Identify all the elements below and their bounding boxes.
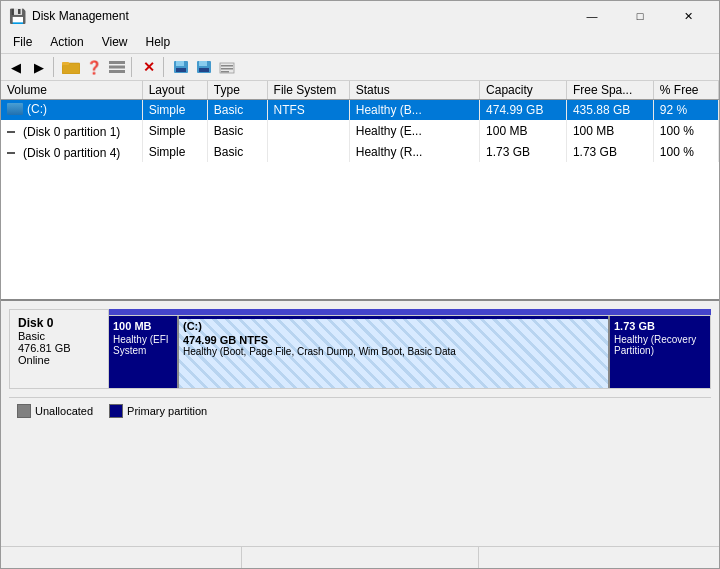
disk-partitions: 100 MB Healthy (EFI System (C:) 474.99 G… (109, 315, 711, 389)
disk-size: 476.81 GB (18, 342, 100, 354)
cell-free: 100 MB (566, 120, 653, 141)
status-seg-3 (479, 547, 715, 568)
col-filesystem[interactable]: File System (267, 81, 349, 100)
legend-primary-box (109, 404, 123, 418)
cell-pctfree: 100 % (653, 120, 718, 141)
menu-view[interactable]: View (94, 33, 136, 51)
disk-label: Disk 0 Basic 476.81 GB Online (9, 309, 109, 389)
legend-unallocated-label: Unallocated (35, 405, 93, 417)
c-drive-letter: (C:) (183, 320, 604, 332)
cell-volume: (Disk 0 partition 1) (1, 120, 142, 141)
svg-rect-10 (199, 61, 207, 66)
svg-rect-4 (109, 66, 125, 69)
cell-pctfree: 100 % (653, 141, 718, 162)
cell-filesystem (267, 120, 349, 141)
c-label: Healthy (Boot, Page File, Crash Dump, Wi… (183, 346, 604, 357)
window: 💾 Disk Management — □ ✕ File Action View… (0, 0, 720, 569)
cell-capacity: 474.99 GB (480, 100, 567, 121)
toolbar-sep-2 (131, 57, 135, 77)
col-volume[interactable]: Volume (1, 81, 142, 100)
toolbar-help[interactable]: ❓ (83, 56, 105, 78)
recovery-size: 1.73 GB (614, 320, 706, 332)
cell-type: Basic (207, 100, 267, 121)
volume-table: Volume Layout Type File System Status Ca… (1, 81, 719, 162)
status-bar (1, 546, 719, 568)
cell-filesystem (267, 141, 349, 162)
toolbar-sep-3 (163, 57, 167, 77)
minimize-button[interactable]: — (569, 5, 615, 27)
disk-partitions-wrapper: 100 MB Healthy (EFI System (C:) 474.99 G… (109, 309, 711, 389)
toolbar-delete[interactable]: ✕ (138, 56, 160, 78)
toolbar-folder[interactable] (60, 56, 82, 78)
legend: Unallocated Primary partition (9, 397, 711, 424)
disk-status: Online (18, 354, 100, 366)
cell-layout: Simple (142, 120, 207, 141)
recovery-label: Healthy (Recovery Partition) (614, 334, 706, 356)
status-seg-1 (5, 547, 242, 568)
menu-file[interactable]: File (5, 33, 40, 51)
svg-rect-8 (176, 68, 186, 72)
toolbar-forward[interactable]: ▶ (28, 56, 50, 78)
cell-type: Basic (207, 141, 267, 162)
col-type[interactable]: Type (207, 81, 267, 100)
volume-panel: Volume Layout Type File System Status Ca… (1, 81, 719, 301)
cell-type: Basic (207, 120, 267, 141)
toolbar-list[interactable] (106, 56, 128, 78)
disk-row: Disk 0 Basic 476.81 GB Online (9, 309, 711, 389)
efi-label: Healthy (EFI System (113, 334, 173, 356)
legend-primary: Primary partition (109, 404, 207, 418)
cell-layout: Simple (142, 100, 207, 121)
toolbar-properties[interactable] (216, 56, 238, 78)
maximize-button[interactable]: □ (617, 5, 663, 27)
title-bar-controls: — □ ✕ (569, 5, 711, 27)
toolbar-save2[interactable] (193, 56, 215, 78)
cell-capacity: 100 MB (480, 120, 567, 141)
svg-rect-15 (221, 71, 229, 73)
table-row[interactable]: (Disk 0 partition 4)SimpleBasicHealthy (… (1, 141, 719, 162)
svg-rect-7 (176, 61, 184, 66)
col-pctfree[interactable]: % Free (653, 81, 718, 100)
title-bar: 💾 Disk Management — □ ✕ (1, 1, 719, 31)
menu-action[interactable]: Action (42, 33, 91, 51)
col-status[interactable]: Status (349, 81, 479, 100)
disk-name: Disk 0 (18, 316, 100, 330)
legend-unallocated: Unallocated (17, 404, 93, 418)
cell-volume: (C:) (1, 100, 142, 121)
menu-help[interactable]: Help (138, 33, 179, 51)
toolbar-sep-1 (53, 57, 57, 77)
svg-rect-2 (62, 62, 69, 65)
status-seg-2 (242, 547, 479, 568)
table-header-row: Volume Layout Type File System Status Ca… (1, 81, 719, 100)
window-title: Disk Management (32, 9, 129, 23)
toolbar-save1[interactable] (170, 56, 192, 78)
toolbar: ◀ ▶ ❓ ✕ (1, 53, 719, 81)
efi-size: 100 MB (113, 320, 173, 332)
cell-layout: Simple (142, 141, 207, 162)
partition-c[interactable]: (C:) 474.99 GB NTFS Healthy (Boot, Page … (179, 316, 610, 388)
col-freespace[interactable]: Free Spa... (566, 81, 653, 100)
svg-rect-3 (109, 61, 125, 64)
legend-unallocated-box (17, 404, 31, 418)
close-button[interactable]: ✕ (665, 5, 711, 27)
partition-efi[interactable]: 100 MB Healthy (EFI System (109, 316, 179, 388)
disk-type: Basic (18, 330, 100, 342)
main-content: Volume Layout Type File System Status Ca… (1, 81, 719, 546)
partition-recovery[interactable]: 1.73 GB Healthy (Recovery Partition) (610, 316, 710, 388)
table-row[interactable]: (Disk 0 partition 1)SimpleBasicHealthy (… (1, 120, 719, 141)
cell-capacity: 1.73 GB (480, 141, 567, 162)
cell-status: Healthy (R... (349, 141, 479, 162)
table-row[interactable]: (C:)SimpleBasicNTFSHealthy (B...474.99 G… (1, 100, 719, 121)
toolbar-back[interactable]: ◀ (5, 56, 27, 78)
cell-pctfree: 92 % (653, 100, 718, 121)
svg-rect-11 (199, 68, 209, 72)
cell-volume: (Disk 0 partition 4) (1, 141, 142, 162)
svg-rect-14 (221, 68, 233, 70)
disk-panel: Disk 0 Basic 476.81 GB Online (1, 301, 719, 546)
menu-bar: File Action View Help (1, 31, 719, 53)
svg-rect-5 (109, 70, 125, 73)
svg-rect-13 (221, 65, 233, 67)
legend-primary-label: Primary partition (127, 405, 207, 417)
col-layout[interactable]: Layout (142, 81, 207, 100)
title-bar-left: 💾 Disk Management (9, 8, 129, 24)
col-capacity[interactable]: Capacity (480, 81, 567, 100)
